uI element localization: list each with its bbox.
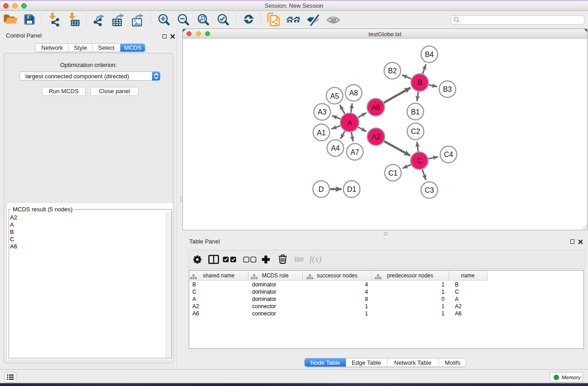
- svg-text:A2: A2: [372, 133, 380, 141]
- svg-text:A: A: [347, 119, 352, 127]
- svg-text:C2: C2: [411, 128, 420, 135]
- svg-text:B1: B1: [411, 108, 420, 116]
- svg-text:A6: A6: [372, 104, 381, 111]
- svg-text:A7: A7: [350, 148, 359, 156]
- svg-text:D: D: [319, 186, 324, 193]
- svg-text:B3: B3: [443, 86, 452, 93]
- svg-text:C: C: [417, 157, 422, 165]
- svg-text:C4: C4: [444, 151, 453, 158]
- svg-text:A8: A8: [349, 89, 358, 97]
- svg-text:D1: D1: [347, 186, 356, 193]
- svg-text:B: B: [417, 79, 422, 86]
- svg-text:C3: C3: [425, 186, 434, 194]
- svg-text:B2: B2: [388, 67, 397, 75]
- svg-text:A5: A5: [330, 92, 339, 100]
- svg-text:A3: A3: [318, 108, 327, 116]
- svg-text:A4: A4: [331, 144, 340, 152]
- svg-text:B4: B4: [425, 51, 434, 58]
- svg-text:A1: A1: [317, 129, 326, 137]
- svg-text:C1: C1: [388, 169, 397, 177]
